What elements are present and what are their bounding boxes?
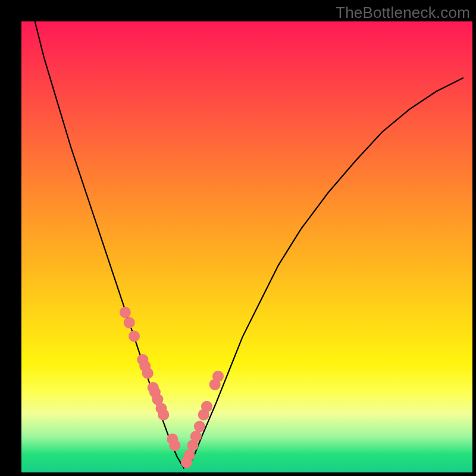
- scatter-dot: [129, 331, 140, 342]
- scatter-dot: [201, 401, 212, 412]
- scatter-dot: [158, 409, 169, 421]
- scatter-dot: [184, 450, 195, 461]
- scatter-dot: [142, 368, 154, 379]
- scatter-dot: [124, 317, 135, 328]
- scatter-dot: [120, 306, 131, 318]
- scatter-dot: [190, 431, 202, 442]
- bottleneck-curve-path: [35, 21, 464, 468]
- scatter-dot: [169, 440, 180, 451]
- scatter-dots-group: [120, 306, 224, 468]
- watermark-text: TheBottleneck.com: [336, 4, 470, 22]
- chart-svg: [21, 21, 472, 472]
- chart-plot-area: [21, 21, 472, 472]
- scatter-dot: [212, 371, 224, 382]
- chart-frame: TheBottleneck.com: [0, 0, 476, 476]
- scatter-dot: [194, 421, 205, 432]
